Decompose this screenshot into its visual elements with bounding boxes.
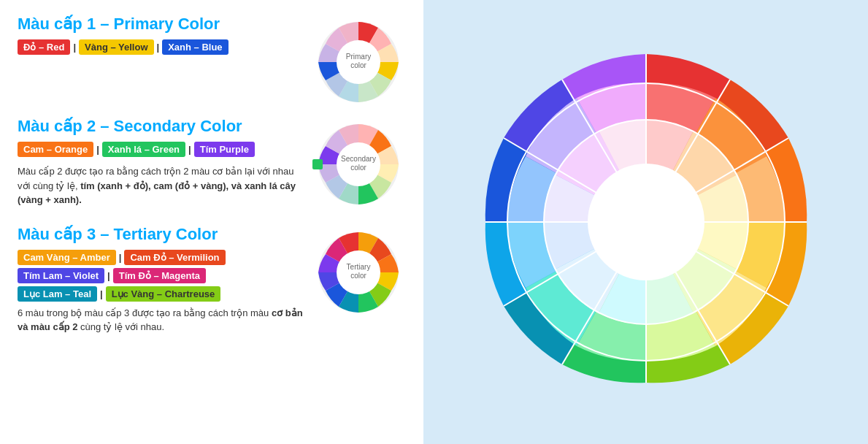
badge-orange: Cam – Orange	[18, 142, 93, 157]
primary-section: Màu cấp 1 – Primary Color Đỏ – Red | Vàn…	[18, 15, 406, 110]
sep2: |	[157, 42, 160, 53]
big-color-wheel	[464, 39, 829, 405]
secondary-wheel: Secondary color	[311, 117, 406, 212]
svg-text:color: color	[350, 164, 366, 172]
tertiary-desc: 6 màu trong bộ màu cấp 3 được tạo ra bằn…	[18, 306, 304, 334]
badge-purple: Tím Purple	[194, 142, 255, 157]
svg-text:Secondary: Secondary	[341, 155, 376, 163]
tertiary-title: Màu cấp 3 – Tertiary Color	[18, 225, 304, 244]
primary-badges: Đỏ – Red | Vàng – Yellow | Xanh – Blue	[18, 39, 304, 55]
tertiary-wheel: Tertiary color	[311, 225, 406, 320]
sep4: |	[188, 144, 191, 155]
svg-text:Tertiary: Tertiary	[347, 263, 371, 271]
badge-teal: Lục Lam – Teal	[18, 286, 97, 302]
primary-wheel: Primary color	[311, 15, 406, 110]
tertiary-section: Màu cấp 3 – Tertiary Color Cam Vàng – Am…	[18, 225, 406, 345]
secondary-text: Màu cấp 2 – Secondary Color Cam – Orange…	[18, 117, 304, 218]
secondary-section: Màu cấp 2 – Secondary Color Cam – Orange…	[18, 117, 406, 218]
badge-yellow: Vàng – Yellow	[79, 39, 153, 55]
svg-point-27	[588, 164, 704, 280]
tertiary-badges-row3: Lục Lam – Teal | Lục Vàng – Chartreuse	[18, 286, 304, 302]
svg-rect-5	[312, 159, 323, 169]
badge-amber: Cam Vàng – Amber	[18, 250, 116, 265]
badge-violet: Tím Lam – Violet	[18, 268, 104, 283]
tertiary-badges-row2: Tím Lam – Violet | Tím Đỏ – Magenta	[18, 268, 304, 283]
secondary-badges: Cam – Orange | Xanh lá – Green | Tím Pur…	[18, 142, 304, 157]
svg-text:Primary: Primary	[346, 53, 371, 61]
tertiary-badges-row1: Cam Vàng – Amber | Cam Đỏ – Vermilion	[18, 250, 304, 265]
primary-text: Màu cấp 1 – Primary Color Đỏ – Red | Vàn…	[18, 15, 304, 62]
primary-title: Màu cấp 1 – Primary Color	[18, 15, 304, 34]
svg-text:color: color	[350, 61, 366, 69]
right-panel	[423, 0, 868, 444]
sep5: |	[119, 252, 122, 263]
badge-blue: Xanh – Blue	[162, 39, 228, 55]
secondary-title: Màu cấp 2 – Secondary Color	[18, 117, 304, 136]
sep7: |	[100, 288, 103, 299]
sep6: |	[107, 270, 110, 281]
svg-text:color: color	[350, 272, 366, 280]
left-panel: Màu cấp 1 – Primary Color Đỏ – Red | Vàn…	[0, 0, 423, 444]
sep1: |	[73, 42, 76, 53]
badge-magenta: Tím Đỏ – Magenta	[113, 268, 206, 283]
secondary-desc: Màu cấp 2 được tạo ra bằng cách trộn 2 m…	[18, 164, 304, 207]
badge-red: Đỏ – Red	[18, 39, 70, 55]
badge-vermilion: Cam Đỏ – Vermilion	[124, 250, 225, 265]
badge-chartreuse: Lục Vàng – Chartreuse	[106, 286, 221, 302]
tertiary-text: Màu cấp 3 – Tertiary Color Cam Vàng – Am…	[18, 225, 304, 345]
badge-green: Xanh lá – Green	[102, 142, 185, 157]
sep3: |	[96, 144, 99, 155]
